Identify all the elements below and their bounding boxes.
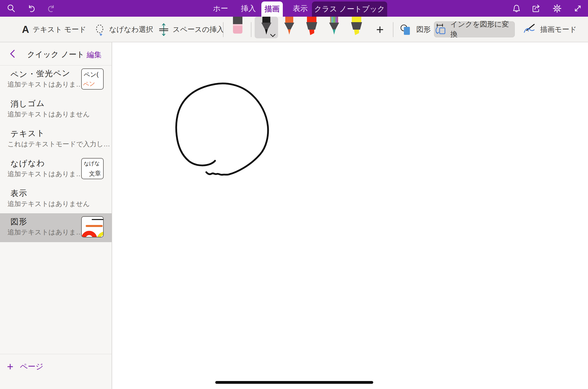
thumbnail-ink-text: 文章を — [89, 169, 103, 179]
yellow-highlighter-tool[interactable] — [349, 17, 365, 39]
page-title: 表示 — [10, 188, 27, 199]
page-list-sidebar: クイック ノート 編集 ペン・蛍光ペン 追加テキストはありま… ペン( ペン 消… — [0, 42, 112, 389]
page-title: 消しゴム — [10, 98, 45, 110]
yellow-highlighter-icon — [349, 17, 365, 38]
draw-mode-pen-hand-icon — [523, 23, 537, 36]
orange-pen-icon — [281, 17, 297, 38]
insert-space-button[interactable]: スペースの挿入 — [158, 17, 224, 42]
draw-ribbon-toolbar: A テキスト モード なげなわ選択 スペースの挿入 — [0, 17, 588, 42]
page-subtitle: これはテキストモードで入力し… — [7, 140, 110, 149]
thumbnail-ink-text: ペン( — [83, 70, 99, 79]
shapes-button[interactable]: 図形 — [400, 17, 431, 42]
red-highlighter-tool[interactable] — [304, 17, 320, 39]
shapes-icon — [400, 23, 413, 36]
galaxy-pen-icon — [326, 17, 342, 38]
page-title: 図形 — [10, 216, 27, 227]
page-item-eraser[interactable]: 消しゴム 追加テキストはありません — [0, 95, 112, 125]
page-item-shapes-selected[interactable]: 図形 追加テキストはありま… — [0, 213, 112, 242]
red-highlighter-icon — [304, 17, 320, 38]
tab-draw[interactable]: 描画 — [261, 1, 283, 17]
page-item-pen-highlighter[interactable]: ペン・蛍光ペン 追加テキストはありま… ペン( ペン — [0, 65, 112, 95]
top-app-bar: ホーム 挿入 描画 表示 クラス ノートブック — [0, 0, 588, 17]
home-indicator-bar[interactable] — [215, 381, 373, 384]
notifications-bell-icon[interactable] — [512, 3, 521, 13]
eraser-icon — [232, 17, 243, 34]
tab-view[interactable]: 表示 — [292, 0, 309, 17]
sidebar-header: クイック ノート 編集 — [0, 42, 112, 65]
ink-to-shape-icon — [434, 23, 447, 36]
lasso-label: なげなわ選択 — [109, 25, 153, 35]
text-mode-button[interactable]: A テキスト モード — [22, 17, 86, 42]
shapes-label: 図形 — [416, 25, 431, 35]
settings-gear-icon[interactable] — [552, 3, 562, 13]
lasso-select-button[interactable]: なげなわ選択 — [94, 17, 153, 42]
insert-space-label: スペースの挿入 — [173, 25, 224, 35]
insert-space-icon — [158, 23, 169, 36]
eraser-tool[interactable] — [232, 17, 243, 35]
page-title: なげなわ — [10, 158, 45, 169]
text-mode-label: テキスト モード — [33, 25, 86, 35]
draw-mode-button[interactable]: 描画モード — [523, 17, 577, 42]
edit-button[interactable]: 編集 — [87, 50, 102, 60]
ink-stroke-circle — [112, 42, 588, 389]
thumbnail-ink-text: ペン — [82, 79, 95, 89]
page-subtitle: 追加テキストはありま… — [7, 228, 83, 237]
fullscreen-expand-icon[interactable] — [573, 3, 583, 13]
sidebar-divider — [0, 354, 112, 354]
page-thumbnail — [81, 216, 104, 237]
orange-pen-tool[interactable] — [281, 17, 297, 39]
galaxy-pen-tool[interactable] — [326, 17, 342, 39]
toolbar-divider — [251, 22, 251, 37]
tab-class-notebook[interactable]: クラス ノートブック — [312, 1, 387, 17]
add-page-label: ページ — [20, 361, 43, 372]
page-title: ペン・蛍光ペン — [10, 68, 71, 80]
share-icon[interactable] — [531, 3, 541, 13]
ink-to-shape-toggle-button[interactable]: インクを図形に変換 — [434, 21, 515, 37]
black-pen-tool-selected[interactable] — [255, 17, 278, 38]
thumbnail-ink-text: なげな — [84, 160, 100, 167]
note-drawing-canvas[interactable] — [112, 42, 588, 389]
plus-icon: + — [7, 362, 13, 372]
page-subtitle: 追加テキストはありま… — [7, 80, 83, 89]
ink-to-shape-label: インクを図形に変換 — [450, 19, 514, 39]
text-mode-icon: A — [22, 24, 29, 35]
page-thumbnail: なげな 文章を — [81, 158, 104, 179]
add-pen-button[interactable]: + — [372, 17, 388, 42]
page-item-text[interactable]: テキスト これはテキストモードで入力し… — [0, 125, 112, 155]
lasso-icon — [94, 23, 106, 36]
draw-mode-label: 描画モード — [540, 25, 577, 35]
page-thumbnail: ペン( ペン — [81, 68, 104, 90]
toolbar-divider — [223, 22, 223, 37]
thumbnail-shapes-drawing — [82, 217, 104, 237]
search-icon[interactable] — [6, 3, 16, 13]
page-item-lasso[interactable]: なげなわ 追加テキストはありま… なげな 文章を — [0, 155, 112, 185]
toolbar-divider — [393, 22, 393, 37]
page-item-view[interactable]: 表示 追加テキストはありません — [0, 185, 112, 213]
redo-icon[interactable] — [47, 3, 57, 13]
add-page-button[interactable]: + ページ — [7, 361, 43, 372]
onenote-app: { "colors": { "accent_purple": "#7A1CA8"… — [0, 0, 588, 389]
chevron-down-icon — [269, 33, 277, 38]
undo-icon[interactable] — [26, 3, 36, 13]
page-subtitle: 追加テキストはありません — [7, 199, 90, 208]
page-subtitle: 追加テキストはありません — [7, 110, 90, 119]
tab-home[interactable]: ホーム — [209, 0, 232, 17]
page-subtitle: 追加テキストはありま… — [7, 169, 83, 178]
page-title: テキスト — [10, 128, 45, 140]
tab-insert[interactable]: 挿入 — [240, 0, 257, 17]
